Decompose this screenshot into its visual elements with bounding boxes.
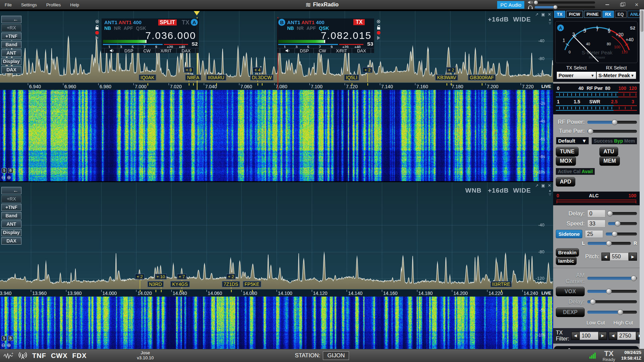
- high-cut-down-icon[interactable]: ◀: [609, 332, 617, 340]
- mem-button[interactable]: MEM: [599, 156, 620, 166]
- pan-button-rx[interactable]: +RX: [1, 195, 21, 203]
- frequency-scale-20m[interactable]: 13.94013.96013.98014.00014.02014.04014.0…: [0, 289, 553, 297]
- minimize-button[interactable]: [600, 0, 614, 9]
- tab-eq[interactable]: EQ: [615, 11, 627, 18]
- vox-delay-slider[interactable]: [587, 300, 637, 303]
- flag-tab-dsp[interactable]: DSP: [300, 48, 309, 53]
- tab-phne[interactable]: PHNE: [584, 11, 601, 18]
- dx-spot[interactable]: N3RD: [148, 281, 164, 287]
- slice-flag-a[interactable]: ⊗ ANT1 ANT1 400 SPLIT: [94, 18, 199, 53]
- tune-button[interactable]: TUNE: [556, 147, 579, 156]
- waterfall-display-20m[interactable]: [0, 297, 553, 349]
- filter-width[interactable]: 400: [133, 19, 141, 25]
- station-name[interactable]: GIJON: [323, 351, 349, 360]
- waterfall-display-40m[interactable]: [0, 90, 553, 181]
- pan-button-display[interactable]: Display: [1, 229, 21, 236]
- speed-slider[interactable]: [608, 222, 637, 225]
- slice-close-icon[interactable]: ⊗: [376, 19, 381, 24]
- breakin-button[interactable]: Breakin: [556, 248, 579, 257]
- panel-scrollbar[interactable]: [640, 9, 644, 349]
- rf-power-slider[interactable]: [587, 121, 637, 124]
- tx-badge[interactable]: TX: [353, 19, 365, 25]
- flag-tab-mode[interactable]: CW: [319, 48, 326, 53]
- dx-spot[interactable]: 7Z1DS: [222, 281, 240, 287]
- flag-tab-xrit[interactable]: X/RIT: [161, 48, 172, 53]
- pan-button-tnf[interactable]: +TNF: [1, 204, 21, 211]
- dsp-mode[interactable]: NB: [287, 25, 294, 31]
- dsp-mode[interactable]: NR: [114, 25, 121, 31]
- low-cut-input[interactable]: [580, 332, 598, 340]
- vox-button[interactable]: VOX: [556, 287, 585, 296]
- waterfall-b-button[interactable]: B: [8, 336, 13, 341]
- pan-lr-slider[interactable]: [588, 242, 631, 245]
- audio-icon[interactable]: [110, 49, 114, 53]
- tx-indicator[interactable]: TX: [182, 19, 189, 26]
- dexp-button[interactable]: DEXP: [556, 308, 585, 317]
- lock-open-icon[interactable]: [376, 25, 381, 30]
- dsp-mode[interactable]: QSK: [136, 25, 146, 31]
- waterfall-b-button[interactable]: B: [8, 168, 13, 173]
- pan-down-icon[interactable]: ▽: [548, 193, 551, 196]
- pc-audio-button[interactable]: PC Audio: [497, 1, 524, 9]
- pan-close-icon[interactable]: ✕: [548, 183, 551, 188]
- restore-button[interactable]: [614, 0, 629, 9]
- tx-antenna[interactable]: ANT1: [301, 19, 314, 25]
- close-button[interactable]: ×: [629, 0, 644, 9]
- tab-tx[interactable]: TX: [554, 11, 565, 18]
- audio-icon[interactable]: [285, 49, 290, 53]
- dsp-mode[interactable]: APF: [306, 25, 316, 31]
- flag-tab-dsp[interactable]: DSP: [124, 48, 133, 53]
- slice-letter-badge[interactable]: A: [191, 19, 198, 26]
- record-icon[interactable]: [95, 31, 99, 35]
- menu-item-profiles[interactable]: Profiles: [46, 2, 61, 7]
- split-badge[interactable]: SPLIT: [158, 19, 177, 25]
- dx-spot[interactable]: KY4GS: [171, 281, 190, 287]
- panadapter-40m[interactable]: + 8+ 4+ 2+ 2 IQ0AKN8EAII0IARUDL3DCWIQ5LI…: [0, 11, 553, 181]
- pan-button-ant[interactable]: ANT: [1, 220, 21, 228]
- zoom-in-icon[interactable]: ⊕: [7, 174, 11, 180]
- speed-input[interactable]: [587, 220, 605, 227]
- dx-spot[interactable]: II3RTRE: [490, 281, 512, 287]
- iambic-button[interactable]: Iambic: [556, 257, 577, 265]
- high-cut-input[interactable]: [617, 332, 636, 340]
- dsp-mode[interactable]: APF: [124, 25, 133, 31]
- tab-rx[interactable]: RX: [602, 11, 614, 18]
- pan-maximize-icon[interactable]: ▣: [541, 183, 545, 188]
- waterfall-s-button[interactable]: S: [2, 168, 7, 173]
- pitch-input[interactable]: [610, 253, 629, 261]
- play-icon[interactable]: [96, 36, 99, 40]
- pitch-down-icon[interactable]: ◀: [601, 253, 610, 261]
- pitch-up-icon[interactable]: ▶: [629, 253, 637, 261]
- menu-item-help[interactable]: Help: [70, 2, 79, 7]
- lock-open-icon[interactable]: [95, 25, 99, 30]
- zoom-out-icon[interactable]: ⊖: [1, 174, 6, 180]
- dsp-mode[interactable]: NB: [104, 25, 111, 31]
- pan-button-dax[interactable]: DAX: [1, 237, 21, 245]
- frequency-scale-40m[interactable]: 6.9406.9606.9807.0007.0207.0407.0607.080…: [0, 83, 553, 90]
- tnf-toggle[interactable]: TNF: [32, 352, 46, 360]
- waveform-icon[interactable]: +: [3, 352, 13, 359]
- tx-antenna[interactable]: ANT1: [119, 19, 132, 25]
- antenna-icon[interactable]: [18, 352, 27, 360]
- rx-antenna[interactable]: ANT1: [104, 19, 117, 25]
- rx-antenna[interactable]: ANT1: [287, 19, 300, 25]
- fdx-toggle[interactable]: FDX: [72, 352, 87, 360]
- apd-button[interactable]: APD: [556, 177, 575, 187]
- delay-input[interactable]: [587, 210, 605, 217]
- slice-frequency[interactable]: 7.082.015: [321, 30, 371, 41]
- flag-tab-mode[interactable]: CW: [143, 48, 151, 53]
- sidetone-button[interactable]: Sidetone: [556, 230, 582, 238]
- pan-popout-icon[interactable]: ↗: [535, 183, 539, 188]
- speaker-volume-slider[interactable]: [535, 1, 595, 4]
- flag-tab-dax[interactable]: DAX: [357, 48, 366, 53]
- menu-item-file[interactable]: File: [5, 2, 12, 7]
- low-cut-down-icon[interactable]: ◀: [571, 332, 580, 340]
- tab-pcw[interactable]: P/CW: [566, 11, 583, 18]
- delay-slider[interactable]: [608, 212, 637, 215]
- mox-button[interactable]: MOX: [556, 156, 576, 166]
- sidetone-input[interactable]: [585, 230, 603, 238]
- dx-spot[interactable]: FP5KE: [243, 281, 261, 287]
- record-icon[interactable]: [377, 31, 380, 35]
- panadapter-20m[interactable]: + 2+ 10+ 7+ 2 N3RDKY4GS7Z1DSFP5KEII3RTRE…: [0, 182, 553, 349]
- zoom-out-icon[interactable]: ⊖: [1, 342, 6, 348]
